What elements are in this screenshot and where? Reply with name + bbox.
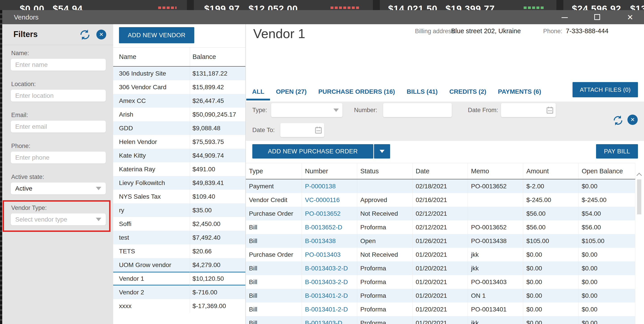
column-header[interactable]: Amount bbox=[523, 163, 578, 179]
vendor-row[interactable]: Arish $50,090,245.17 bbox=[113, 108, 245, 121]
ledger-fragment bbox=[556, 0, 563, 10]
date-to-label: Date To: bbox=[252, 123, 275, 137]
add-new-purchase-order-dropdown[interactable] bbox=[374, 144, 390, 159]
transaction-row[interactable]: Bill B-0013652-D Proforma 02/12/2021 PO-… bbox=[246, 220, 635, 234]
scrollbar-up-icon[interactable] bbox=[636, 173, 642, 178]
column-header-name[interactable]: Name bbox=[113, 48, 190, 66]
transaction-number-link[interactable]: PO-0013652 bbox=[302, 207, 357, 220]
column-header[interactable]: Type bbox=[246, 163, 302, 179]
ledger-fragment bbox=[524, 7, 544, 9]
calendar-icon[interactable] bbox=[315, 126, 322, 135]
add-new-purchase-order-button[interactable]: ADD NEW PURCHASE ORDER bbox=[252, 144, 373, 159]
scrollbar-thumb[interactable] bbox=[637, 179, 641, 214]
chevron-down-icon bbox=[96, 187, 101, 190]
transaction-number-link[interactable]: B-0013401-2-D bbox=[302, 289, 357, 302]
transaction-number-link[interactable]: B-0013403-2-D bbox=[302, 275, 357, 289]
number-field[interactable] bbox=[383, 103, 452, 117]
vendor-row[interactable]: 306 Vendor Card $15,899.42 bbox=[113, 80, 245, 94]
column-header[interactable]: Date bbox=[412, 163, 468, 179]
tab[interactable]: PURCHASE ORDERS (16) bbox=[312, 85, 401, 99]
active-state-dropdown[interactable]: Active bbox=[11, 183, 106, 194]
vendor-row[interactable]: Kate Kitty $44,909.74 bbox=[113, 149, 245, 162]
column-header[interactable]: Status bbox=[357, 163, 412, 179]
transaction-row[interactable]: Purchase Order PO-0013652 Not Received 0… bbox=[246, 207, 635, 220]
maximize-icon[interactable] bbox=[591, 10, 604, 24]
minimize-icon[interactable] bbox=[558, 10, 572, 24]
date-to-field[interactable] bbox=[280, 123, 324, 137]
vendor-detail-panel: Vendor 1 Billing address: Blue street 20… bbox=[246, 24, 644, 324]
name-input[interactable] bbox=[11, 59, 106, 71]
vendor-row[interactable]: ry $35.00 bbox=[113, 203, 245, 217]
transaction-number-link[interactable]: P-0000138 bbox=[302, 179, 357, 193]
calendar-icon[interactable] bbox=[546, 106, 554, 115]
tab[interactable]: BILLS (41) bbox=[401, 85, 444, 99]
close-window-icon[interactable]: ✕ bbox=[623, 10, 636, 24]
tab[interactable]: PAYMENTS (6) bbox=[492, 85, 547, 99]
vendor-row[interactable]: TETS $20.66 bbox=[113, 244, 245, 258]
filters-panel: Filters ✕ Name: Location: Email: Phone: … bbox=[2, 24, 113, 324]
vendor-row[interactable]: Helen Vendor $75,593.75 bbox=[113, 135, 245, 149]
window-title: Vendors bbox=[14, 10, 38, 24]
vendor-row[interactable]: Vendor 1 $10,120.50 bbox=[113, 272, 245, 285]
transaction-number-link[interactable]: B-0013652-D bbox=[302, 220, 357, 234]
column-header[interactable]: Number bbox=[302, 163, 357, 179]
clear-transaction-filters-icon[interactable]: ✕ bbox=[628, 115, 638, 125]
vendor-list-panel: ADD NEW VENDOR Name Balance 306 Industry… bbox=[113, 24, 246, 324]
divider bbox=[2, 45, 113, 45]
ledger-fragment: $199.97 bbox=[204, 4, 240, 10]
transaction-number-link[interactable]: VC-0000116 bbox=[302, 193, 357, 207]
transaction-row[interactable]: Bill B-0013401-2-D Proforma 01/20/2021 P… bbox=[246, 302, 635, 316]
transaction-row[interactable]: Bill B-0013401-2-D Proforma 01/20/2021 O… bbox=[246, 289, 635, 302]
vendor-row[interactable]: Amex CC $26,447.45 bbox=[113, 94, 245, 108]
vendor-row[interactable]: Lievy Folkowitch $49,839.41 bbox=[113, 176, 245, 190]
phone-value: 7-333-888-444 bbox=[566, 27, 608, 35]
transaction-row[interactable]: Bill B-0013438 Open 01/26/2021 PO-001343… bbox=[246, 234, 635, 248]
refresh-icon[interactable] bbox=[79, 29, 90, 40]
add-new-vendor-button[interactable]: ADD NEW VENDOR bbox=[119, 27, 194, 43]
transaction-row[interactable]: Payment P-0000138 02/18/2021 PO-0013652 … bbox=[246, 179, 635, 193]
name-label: Name: bbox=[11, 50, 29, 57]
vendor-row[interactable]: NYS Sales Tax $109.40 bbox=[113, 190, 245, 203]
vendor-row[interactable]: test $7,492.40 bbox=[113, 231, 245, 244]
vendor-row[interactable]: Katerina Ray $491.00 bbox=[113, 162, 245, 176]
vendor-row[interactable]: UOM Grow vendor $4,279.00 bbox=[113, 258, 245, 272]
transaction-row[interactable]: Purchase Order PO-0013403 Not Received 0… bbox=[246, 248, 635, 261]
transaction-number-link[interactable]: B-0013438 bbox=[302, 234, 357, 248]
transaction-row[interactable]: Bill B-0013403-2-D Proforma 01/20/2021 P… bbox=[246, 275, 635, 289]
chevron-down-icon bbox=[380, 150, 384, 153]
column-header[interactable]: Memo bbox=[468, 163, 523, 179]
vendor-row[interactable]: GDD $9,088.48 bbox=[113, 121, 245, 135]
column-header-balance[interactable]: Balance bbox=[190, 48, 245, 66]
email-input[interactable] bbox=[11, 121, 106, 133]
vendor-row[interactable]: Soffi $2,450.00 bbox=[113, 217, 245, 231]
highlight-rectangle bbox=[3, 200, 110, 232]
transaction-row[interactable]: Bill B-0013403-2-D Proforma 01/20/2021 j… bbox=[246, 261, 635, 275]
vendor-row[interactable]: xxxx $-17,369.00 bbox=[113, 299, 245, 313]
transaction-number-link[interactable]: B-0013403-2-D bbox=[302, 261, 357, 275]
column-header[interactable]: Open Balance bbox=[578, 163, 635, 179]
date-from-field[interactable] bbox=[501, 103, 556, 117]
tab[interactable]: OPEN (27) bbox=[270, 85, 312, 99]
pay-bill-button[interactable]: PAY BILL bbox=[596, 144, 638, 159]
transaction-row[interactable]: Bill B-0013403-D Proforma 01/20/2021 jkk… bbox=[246, 316, 635, 324]
type-dropdown[interactable] bbox=[271, 103, 342, 117]
tab[interactable]: CREDITS (2) bbox=[444, 85, 492, 99]
transaction-number-link[interactable]: B-0013403-D bbox=[302, 316, 357, 324]
attach-files-button[interactable]: ATTACH FILES (0) bbox=[572, 82, 638, 97]
ledger-fragment bbox=[158, 7, 176, 9]
vendor-row[interactable]: 306 Industry Site $131,187.22 bbox=[113, 67, 245, 80]
location-input[interactable] bbox=[11, 90, 106, 102]
tab[interactable]: ALL bbox=[246, 85, 270, 99]
background-window-edge bbox=[0, 10, 2, 324]
active-state-label: Active state: bbox=[11, 174, 44, 180]
transactions-table: TypeNumberStatusDateMemoAmountOpen Balan… bbox=[246, 163, 635, 324]
billing-address-value: Blue street 202, Ukraine bbox=[451, 27, 521, 35]
transaction-number-link[interactable]: PO-0013403 bbox=[302, 248, 357, 261]
phone-input[interactable] bbox=[11, 152, 106, 163]
refresh-icon[interactable] bbox=[613, 115, 624, 126]
window-titlebar: Vendors ✕ bbox=[0, 10, 644, 24]
vendor-row[interactable]: Vendor 2 $-716.00 bbox=[113, 285, 245, 299]
transaction-row[interactable]: Vendor Credit VC-0000116 Approved 02/16/… bbox=[246, 193, 635, 207]
transaction-number-link[interactable]: B-0013401-2-D bbox=[302, 302, 357, 316]
clear-filters-icon[interactable]: ✕ bbox=[96, 30, 106, 40]
